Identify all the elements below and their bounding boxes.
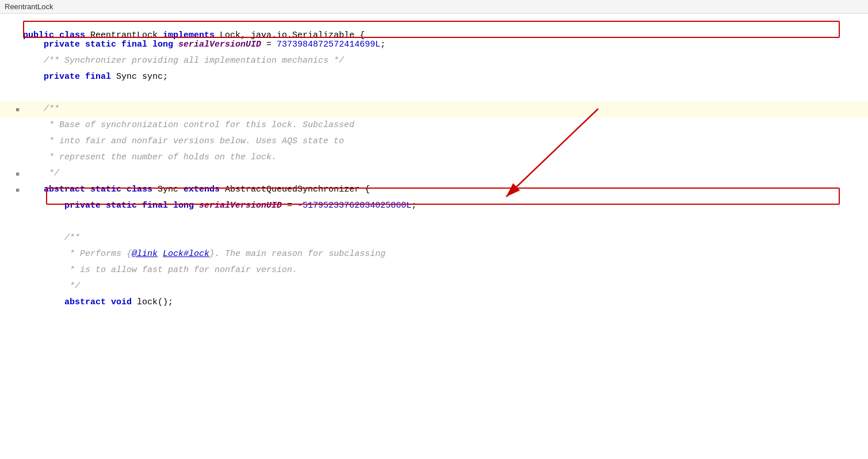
code-line-5: [0, 85, 868, 101]
code-line-3: /** Synchronizer providing all implement…: [0, 53, 868, 69]
code-lines: public class ReentrantLock implements Lo…: [0, 21, 868, 311]
code-line-12: private static final long serialVersionU…: [0, 198, 868, 214]
gutter-11: ■: [0, 182, 22, 198]
code-container: public class ReentrantLock implements Lo…: [0, 14, 868, 459]
code-line-2: private static final long serialVersionU…: [0, 37, 868, 53]
gutter-10: ■: [0, 166, 22, 182]
code-line-4: private final Sync sync;: [0, 69, 868, 85]
code-line-16: * is to allow fast path for nonfair vers…: [0, 262, 868, 278]
code-line-14: /**: [0, 230, 868, 246]
code-line-17: */: [0, 278, 868, 294]
code-line-18: abstract void lock();: [0, 294, 868, 311]
code-line-10: ■ */: [0, 166, 868, 182]
code-line-15: * Performs {@link Lock#lock}. The main r…: [0, 246, 868, 262]
gutter-6: ■: [0, 101, 22, 117]
code-line-6: ■ /**: [0, 101, 868, 117]
code-line-11: ■ abstract static class Sync extends Abs…: [0, 182, 868, 198]
title-text: ReentrantLock: [5, 2, 53, 11]
code-line-8: * into fair and nonfair versions below. …: [0, 133, 868, 150]
code-line-13: [0, 214, 868, 230]
code-line-7: * Base of synchronization control for th…: [0, 117, 868, 133]
title-bar: ReentrantLock: [0, 0, 868, 14]
code-line-9: * represent the number of holds on the l…: [0, 150, 868, 166]
